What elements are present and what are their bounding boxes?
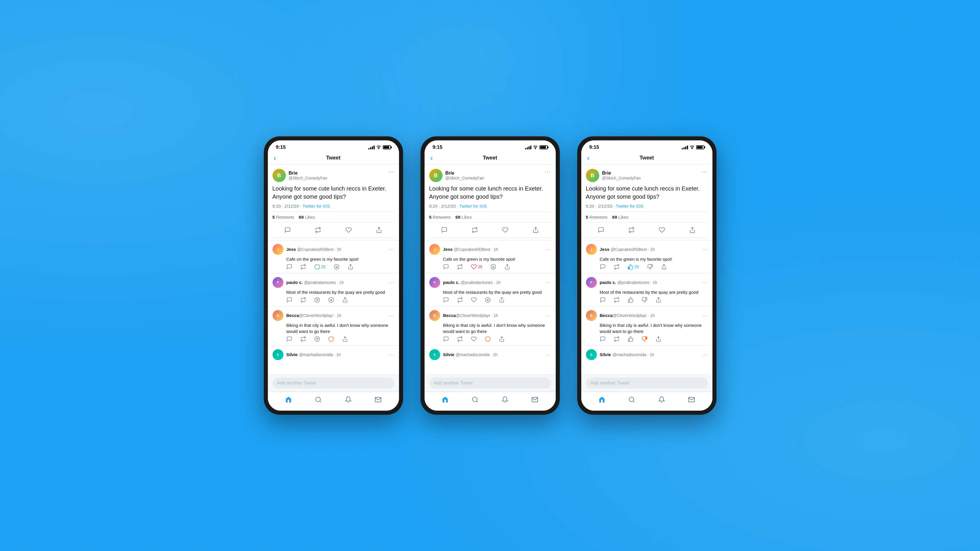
nav-search-3[interactable] [625,395,639,406]
share-action-2[interactable] [529,225,542,237]
retweet-action-3[interactable] [625,225,638,237]
reply-downvote-becca-2[interactable] [485,336,491,342]
reply-comment-becca-1[interactable] [286,336,292,342]
wifi-icon-3 [690,145,694,150]
tweet-more-3[interactable]: ··· [702,169,708,175]
reply-heart-paulo-2[interactable] [471,297,477,303]
reply-share-becca-2[interactable] [499,336,505,342]
reply-thumbup-becca-3[interactable] [628,336,633,342]
retweet-action-1[interactable] [311,225,325,237]
reply-share-becca-1[interactable] [342,336,348,342]
reply-thumbdown-becca-3[interactable] [642,336,648,342]
reply-action-1[interactable] [281,225,294,237]
reply-share-paulo-3[interactable] [655,297,661,303]
share-action-1[interactable] [372,225,386,237]
reply-comment-jess-1[interactable] [286,264,292,270]
reply-comment-paulo-2[interactable] [443,297,449,303]
reply-retweet-paulo-2[interactable] [457,297,463,303]
reply-retweet-becca-3[interactable] [614,336,620,342]
like-action-1[interactable] [342,225,355,237]
reply-retweet-paulo-3[interactable] [614,297,620,303]
reply-comment-becca-3[interactable] [600,336,606,342]
reply-heart-becca-2[interactable] [471,336,477,342]
reply-more-jess-3[interactable]: ··· [703,247,708,252]
reply-downvote-becca-1[interactable] [328,336,334,342]
reply-downvote-paulo-1[interactable] [328,297,334,303]
nav-home-1[interactable] [282,395,296,406]
reply-retweet-becca-1[interactable] [301,336,306,342]
reply-comment-paulo-1[interactable] [286,297,292,303]
retweet-action-2[interactable] [468,225,481,237]
reply-thumbdown-paulo-3[interactable] [642,297,648,303]
reply-more-becca-1[interactable]: ··· [389,313,395,318]
reply-avatar-silvie-2: S [429,349,440,360]
reply-heart-jess-2[interactable]: 25 [471,264,483,270]
reply-name-paulo-1: paulo c. @pcabralantunes · 1h [286,280,344,285]
add-tweet-input-2[interactable]: Add another Tweet [429,378,551,389]
tweet-more-2[interactable]: ··· [545,169,551,175]
reply-thumbup-paulo-3[interactable] [628,297,633,303]
reply-upvote-jess-1[interactable]: 25 [314,264,326,270]
tweet-source-2[interactable]: Twitter for iOS [459,203,487,208]
reply-thumbup-jess-3[interactable]: 25 [628,264,639,270]
nav-notifications-3[interactable] [655,395,669,406]
reply-text-paulo-2: Most of the restaurants by the quay are … [443,289,551,295]
back-button-2[interactable]: ‹ [430,153,433,163]
nav-search-2[interactable] [468,395,482,406]
reply-downvote-jess-1[interactable] [334,264,339,270]
reply-more-jess-1[interactable]: ··· [389,247,395,252]
back-button-3[interactable]: ‹ [587,153,590,163]
nav-messages-3[interactable] [684,395,698,406]
reply-retweet-paulo-1[interactable] [301,297,306,303]
reply-upvote-becca-1[interactable] [314,336,320,342]
like-action-2[interactable] [499,225,512,237]
nav-search-1[interactable] [311,395,325,406]
reply-action-3[interactable] [594,225,608,237]
reply-action-2[interactable] [438,225,451,237]
reply-upvote-paulo-1[interactable] [314,297,320,303]
reply-more-paulo-1[interactable]: ··· [389,280,395,285]
reply-retweet-jess-1[interactable] [301,264,306,270]
reply-comment-becca-2[interactable] [443,336,449,342]
reply-user-line-silvie-2: Silvie @machadocomida · 1h ··· [443,352,551,357]
reply-retweet-jess-3[interactable] [614,264,620,270]
back-button-1[interactable]: ‹ [274,153,276,163]
like-action-3[interactable] [655,225,669,237]
nav-home-2[interactable] [438,395,452,406]
nav-messages-2[interactable] [528,395,542,406]
reply-more-jess-2[interactable]: ··· [546,247,551,252]
nav-messages-1[interactable] [371,395,385,406]
nav-home-3[interactable] [595,395,609,406]
reply-more-paulo-3[interactable]: ··· [703,280,708,285]
reply-share-paulo-2[interactable] [499,297,505,303]
reply-downvote-jess-2[interactable] [490,264,496,270]
nav-notifications-1[interactable] [341,395,355,406]
reply-more-becca-2[interactable]: ··· [546,313,551,318]
tweet-stats-1: 5 Retweets 69 Likes [272,211,395,223]
tweet-more-1[interactable]: ··· [388,169,394,175]
reply-share-paulo-1[interactable] [342,297,348,303]
add-tweet-input-1[interactable]: Add another Tweet [272,378,395,389]
reply-comment-jess-2[interactable] [443,264,449,270]
reply-share-jess-1[interactable] [348,264,353,270]
reply-thumbdown-jess-3[interactable] [647,264,653,270]
reply-downvote-paulo-2[interactable] [485,297,491,303]
reply-share-becca-3[interactable] [655,336,661,342]
share-action-3[interactable] [686,225,699,237]
reply-more-silvie-3[interactable]: ··· [703,353,708,357]
reply-more-paulo-2[interactable]: ··· [546,280,551,285]
tweet-source-3[interactable]: Twitter for iOS [616,203,643,208]
nav-notifications-2[interactable] [498,395,512,406]
tweet-source-1[interactable]: Twitter for iOS [302,203,330,208]
reply-comment-jess-3[interactable] [600,264,606,270]
nav-bar-3: ‹ Tweet [581,152,713,165]
reply-comment-paulo-3[interactable] [600,297,606,303]
add-tweet-input-3[interactable]: Add another Tweet [586,378,708,389]
reply-more-silvie-2[interactable]: ··· [546,353,551,357]
reply-retweet-jess-2[interactable] [457,264,463,270]
reply-more-silvie-1[interactable]: ··· [389,353,395,357]
reply-more-becca-3[interactable]: ··· [703,313,708,318]
reply-share-jess-3[interactable] [661,264,667,270]
reply-retweet-becca-2[interactable] [457,336,463,342]
reply-share-jess-2[interactable] [504,264,510,270]
